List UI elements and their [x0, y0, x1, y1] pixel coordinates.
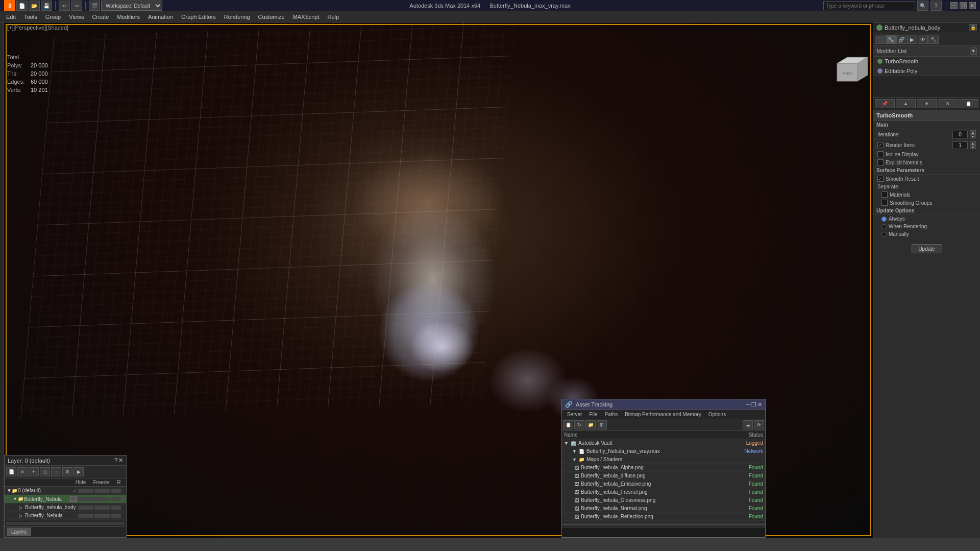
smooth-result-check[interactable]: [877, 176, 884, 182]
render-iters-down-btn[interactable]: ▼: [970, 145, 976, 149]
open-btn[interactable]: 📂: [29, 1, 40, 11]
always-radio[interactable]: [881, 217, 887, 222]
layer-row[interactable]: ▼ 📁 0 (default) ✓: [5, 487, 126, 495]
workspace-dropdown[interactable]: Workspace: Default: [101, 1, 162, 11]
at-minimize-btn[interactable]: ─: [746, 401, 750, 408]
layer-move-btn[interactable]: ↑: [51, 467, 61, 476]
at-menu-options[interactable]: Options: [705, 411, 729, 418]
update-button[interactable]: Update: [912, 244, 942, 253]
menu-graph-editors[interactable]: Graph Editors: [177, 13, 220, 21]
menu-customize[interactable]: Customize: [254, 13, 289, 21]
menu-help[interactable]: Help: [324, 13, 344, 21]
at-menu-server[interactable]: Server: [564, 411, 585, 418]
at-vault-btn[interactable]: ☁: [743, 420, 753, 429]
iterations-up-btn[interactable]: ▲: [970, 130, 976, 134]
layer-close-btn[interactable]: ✕: [118, 457, 123, 464]
rp-utilities-btn[interactable]: 🔨: [928, 35, 939, 44]
explicit-normals-check[interactable]: [877, 159, 884, 165]
render-settings-btn[interactable]: 🎬: [89, 1, 100, 11]
minimize-btn[interactable]: ─: [950, 2, 958, 9]
viewport-area[interactable]: [+][Perspective][Shaded] Total Polys:20 …: [4, 22, 873, 538]
layers-tab[interactable]: Layers: [7, 528, 31, 536]
menu-tools[interactable]: Tools: [20, 13, 41, 21]
lock-btn[interactable]: 🔒: [969, 24, 977, 31]
viewport-cube[interactable]: Front: [832, 53, 868, 89]
menu-maxscript[interactable]: MAXScript: [289, 13, 324, 21]
new-btn[interactable]: 📄: [16, 1, 28, 11]
modifier-delete-btn[interactable]: ✕: [938, 99, 958, 108]
layer-new-btn[interactable]: 📄: [6, 467, 16, 476]
at-menu-paths[interactable]: Paths: [602, 411, 621, 418]
layer-body-row[interactable]: ▷ Butterfly_nebula_body: [5, 504, 126, 512]
at-menu-bitmap[interactable]: Bitmap Performance and Memory: [622, 411, 704, 418]
at-scrollbar[interactable]: [562, 521, 765, 527]
render-iters-check[interactable]: [877, 142, 884, 148]
layer-nebula2-row[interactable]: ▷ Butterfly_Nebula: [5, 512, 126, 520]
layer-add-btn[interactable]: +: [29, 467, 39, 476]
at-row-fresnel[interactable]: 🖼 Butterfly_nebula_Fresnel.png Found: [562, 488, 765, 496]
at-row-normal[interactable]: 🖼 Butterfly_nebula_Normal.png Found: [562, 505, 765, 513]
pin-modifier-btn[interactable]: 📌: [875, 99, 895, 108]
at-row-diffuse[interactable]: 🖼 Butterfly_nebula_diffuse.png Found: [562, 472, 765, 480]
menu-create[interactable]: Create: [88, 13, 113, 21]
help-btn[interactable]: ?: [930, 1, 942, 11]
modifier-move-down-btn[interactable]: ▼: [917, 99, 937, 108]
menu-edit[interactable]: Edit: [2, 13, 20, 21]
at-close-btn[interactable]: ✕: [757, 401, 762, 408]
menu-rendering[interactable]: Rendering: [220, 13, 254, 21]
at-refresh-btn[interactable]: ↻: [574, 420, 584, 429]
menu-group[interactable]: Group: [41, 13, 65, 21]
object-color-swatch[interactable]: [876, 25, 883, 31]
layer-nebula-row[interactable]: ▼ 📁 Butterfly_Nebula: [5, 495, 126, 504]
modifier-move-up-btn[interactable]: ▲: [896, 99, 916, 108]
rp-modify-btn[interactable]: 🔧: [886, 35, 896, 44]
rp-display-btn[interactable]: 👁: [918, 35, 928, 44]
when-rendering-radio[interactable]: [881, 224, 887, 229]
materials-check[interactable]: [881, 191, 888, 198]
at-list-btn[interactable]: 📋: [563, 420, 573, 429]
layer-help-btn[interactable]: ?: [114, 457, 117, 464]
layer-expand-btn[interactable]: ▶: [74, 467, 84, 476]
verts-label: Verts:: [7, 86, 28, 94]
render-iters-input[interactable]: [952, 141, 968, 149]
rp-hierarchy-btn[interactable]: 🔗: [896, 35, 906, 44]
at-restore-btn[interactable]: ❐: [751, 401, 756, 408]
at-row-reflection[interactable]: 🖼 Butterfly_nebula_Reflection.png Found: [562, 513, 765, 521]
close-btn[interactable]: ✕: [969, 2, 976, 9]
menu-views[interactable]: Views: [65, 13, 88, 21]
modifier-list-dropdown[interactable]: ▼: [970, 47, 977, 55]
menu-animation[interactable]: Animation: [144, 13, 177, 21]
at-row-glossiness[interactable]: 🖼 Butterfly_nebula_Glossiness.png Found: [562, 496, 765, 505]
redo-btn[interactable]: ↪: [71, 1, 82, 11]
isoline-check[interactable]: [877, 151, 884, 157]
at-row-maxfile[interactable]: ▼ 📄 Butterfly_Nebula_max_vray.max Networ…: [562, 447, 765, 456]
search-btn[interactable]: 🔍: [917, 1, 928, 11]
at-row-maps[interactable]: ▼ 📁 Maps / Shaders: [562, 456, 765, 464]
rp-create-btn[interactable]: ⬛: [875, 35, 885, 44]
surface-params-label: Surface Parameters: [873, 166, 980, 175]
search-input[interactable]: [823, 1, 915, 10]
layer-select-btn[interactable]: ◻: [40, 467, 50, 476]
render-iters-up-btn[interactable]: ▲: [970, 141, 976, 145]
at-menu-file[interactable]: File: [586, 411, 600, 418]
iterations-input[interactable]: [952, 131, 968, 138]
smoothing-groups-check[interactable]: [881, 200, 888, 206]
layer-options-btn[interactable]: ⚙: [62, 467, 72, 476]
at-sync-btn[interactable]: ⟳: [754, 420, 764, 429]
undo-btn[interactable]: ↩: [59, 1, 70, 11]
layer-delete-btn[interactable]: ✕: [17, 467, 28, 476]
manually-radio[interactable]: [881, 232, 887, 237]
at-row-vault[interactable]: ▼ 🏢 Autodesk Vault Logged: [562, 439, 765, 447]
modifier-item-turbosmooth[interactable]: TurboSmooth: [873, 57, 980, 66]
at-row-emissive[interactable]: 🖼 Butterfly_nebula_Emissive.png Found: [562, 480, 765, 488]
maximize-btn[interactable]: □: [960, 2, 967, 9]
iterations-down-btn[interactable]: ▼: [970, 134, 976, 138]
rp-motion-btn[interactable]: ▶: [907, 35, 917, 44]
at-path-btn[interactable]: 📁: [585, 420, 596, 429]
save-btn[interactable]: 💾: [41, 1, 52, 11]
at-row-alpha[interactable]: 🖼 Butterfly_nebula_Alpha.png Found: [562, 464, 765, 472]
at-grid-btn[interactable]: ⊞: [597, 420, 607, 429]
modifier-copy-btn[interactable]: 📋: [959, 99, 978, 108]
modifier-item-editpoly[interactable]: Editable Poly: [873, 66, 980, 76]
menu-modifiers[interactable]: Modifiers: [113, 13, 144, 21]
